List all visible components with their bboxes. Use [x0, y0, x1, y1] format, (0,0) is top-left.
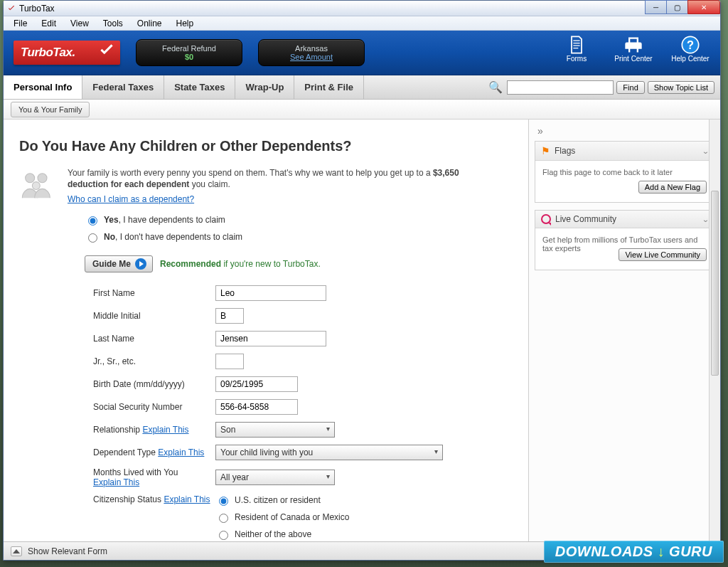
- show-relevant-form-link[interactable]: Show Relevant Form: [28, 546, 107, 556]
- tab-personal-info[interactable]: Personal Info: [4, 75, 82, 99]
- window-minimize-button[interactable]: ─: [645, 0, 666, 14]
- menu-tools[interactable]: Tools: [96, 17, 130, 30]
- label-suffix: Jr., Sr., etc.: [93, 356, 215, 366]
- explain-months-link[interactable]: Explain This: [93, 477, 139, 487]
- svg-point-4: [32, 182, 40, 190]
- window-maximize-button[interactable]: ▢: [666, 0, 687, 14]
- speech-bubble-icon: [541, 214, 551, 224]
- window-close-button[interactable]: ✕: [687, 0, 720, 14]
- state-see-amount-link[interactable]: See Amount: [290, 53, 333, 61]
- play-icon: [135, 258, 146, 270]
- printer-icon: [623, 35, 643, 55]
- label-relationship: Relationship Explain This: [93, 425, 215, 435]
- suffix-field[interactable]: [215, 354, 244, 369]
- radio-citizen-us[interactable]: [219, 497, 228, 506]
- app-icon: [6, 4, 16, 14]
- recommended-label: Recommended if you're new to TurboTax.: [160, 259, 321, 269]
- explain-citizenship-link[interactable]: Explain This: [164, 494, 210, 504]
- label-first-name: First Name: [93, 288, 215, 298]
- label-last-name: Last Name: [93, 334, 215, 344]
- federal-refund-label: Federal Refund: [162, 44, 216, 53]
- ssn-field[interactable]: [215, 399, 298, 415]
- middle-initial-field[interactable]: [215, 308, 244, 324]
- watermark-overlay: DOWNLOADS↓GURU: [544, 541, 724, 563]
- state-refund-pill[interactable]: Arkansas See Amount: [258, 39, 365, 66]
- radio-yes-dependents[interactable]: [88, 216, 97, 226]
- label-citizenship: Citizenship Status Explain This: [93, 494, 215, 504]
- chevron-down-icon: ⌄: [702, 216, 709, 223]
- subtab-you-and-family[interactable]: You & Your Family: [11, 102, 90, 117]
- who-can-i-claim-link[interactable]: Who can I claim as a dependent?: [68, 194, 194, 204]
- page-heading: Do You Have Any Children or Other Depend…: [19, 138, 513, 154]
- app-window: TurboTax ─ ▢ ✕ File Edit View Tools Onli…: [3, 0, 721, 561]
- community-panel: Live Community ⌄ Get help from millions …: [535, 210, 714, 270]
- window-title: TurboTax: [19, 4, 55, 14]
- main-tabs: Personal Info Federal Taxes State Taxes …: [4, 75, 720, 100]
- flag-icon: ⚑: [541, 145, 550, 157]
- federal-refund-pill[interactable]: Federal Refund $0: [136, 39, 242, 66]
- menu-help[interactable]: Help: [169, 17, 201, 30]
- sub-tabs: You & Your Family: [4, 100, 720, 120]
- tab-wrap-up[interactable]: Wrap-Up: [235, 75, 294, 99]
- help-center-button[interactable]: ? Help Center: [669, 35, 712, 63]
- label-dependent-type: Dependent Type Explain This: [93, 447, 215, 457]
- federal-refund-value: $0: [185, 53, 193, 61]
- birth-date-field[interactable]: [215, 376, 298, 392]
- tab-state-taxes[interactable]: State Taxes: [164, 75, 235, 99]
- app-header: TurboTax. Federal Refund $0 Arkansas See…: [4, 31, 720, 75]
- chevron-down-icon: ⌄: [702, 147, 709, 155]
- label-birth-date: Birth Date (mm/dd/yyyy): [93, 379, 215, 389]
- content-area: Do You Have Any Children or Other Depend…: [4, 120, 720, 541]
- tab-federal-taxes[interactable]: Federal Taxes: [82, 75, 164, 99]
- label-middle-initial: Middle Initial: [93, 311, 215, 321]
- search-icon: 🔍: [488, 80, 503, 94]
- radio-citizen-canada-mexico[interactable]: [219, 514, 228, 523]
- svg-point-3: [38, 174, 47, 183]
- add-flag-button[interactable]: Add a New Flag: [638, 181, 707, 194]
- first-name-field[interactable]: [215, 285, 326, 301]
- right-sidebar: » ⚑ Flags ⌄ Flag this page to come back …: [528, 120, 720, 541]
- find-button[interactable]: Find: [616, 81, 644, 94]
- months-lived-select[interactable]: All year: [215, 470, 335, 485]
- forms-button[interactable]: Forms: [555, 35, 598, 63]
- label-ssn: Social Security Number: [93, 402, 215, 412]
- print-center-button[interactable]: Print Center: [612, 35, 655, 63]
- flags-panel-header[interactable]: ⚑ Flags ⌄: [535, 142, 714, 161]
- view-community-button[interactable]: View Live Community: [619, 248, 707, 261]
- menu-view[interactable]: View: [63, 17, 96, 30]
- state-label: Arkansas: [295, 44, 328, 53]
- main-pane: Do You Have Any Children or Other Depend…: [4, 120, 528, 541]
- menu-file[interactable]: File: [6, 17, 34, 30]
- check-icon: [97, 42, 116, 60]
- menu-online[interactable]: Online: [130, 17, 169, 30]
- scrollbar-thumb[interactable]: [711, 191, 719, 376]
- tab-print-file[interactable]: Print & File: [294, 75, 364, 99]
- help-icon: ?: [680, 35, 700, 55]
- explain-dependent-type-link[interactable]: Explain This: [158, 447, 204, 457]
- flags-desc: Flag this page to come back to it later: [542, 168, 673, 176]
- turbotax-logo: TurboTax.: [14, 41, 120, 65]
- search-input[interactable]: [507, 80, 614, 95]
- explain-relationship-link[interactable]: Explain This: [142, 425, 188, 435]
- intro-text: Your family is worth every penny you spe…: [68, 167, 466, 190]
- menubar: File Edit View Tools Online Help: [4, 16, 720, 31]
- menu-edit[interactable]: Edit: [34, 17, 63, 30]
- expand-up-icon[interactable]: [11, 546, 22, 556]
- svg-text:?: ?: [687, 38, 694, 51]
- radio-citizen-neither[interactable]: [219, 531, 228, 540]
- svg-point-2: [26, 174, 35, 183]
- guide-me-button[interactable]: Guide Me: [85, 255, 153, 272]
- label-months-lived: Months Lived with YouExplain This: [93, 467, 215, 487]
- titlebar: TurboTax ─ ▢ ✕: [4, 1, 720, 16]
- vertical-scrollbar[interactable]: [709, 120, 720, 541]
- last-name-field[interactable]: [215, 331, 326, 346]
- family-icon: [19, 170, 56, 201]
- document-icon: [567, 35, 587, 55]
- sidebar-expand-icon[interactable]: »: [537, 125, 714, 137]
- dependent-type-select[interactable]: Your child living with you: [215, 445, 443, 460]
- flags-panel: ⚑ Flags ⌄ Flag this page to come back to…: [535, 141, 714, 203]
- relationship-select[interactable]: Son: [215, 422, 335, 438]
- community-panel-header[interactable]: Live Community ⌄: [535, 211, 714, 228]
- radio-no-dependents[interactable]: [88, 233, 97, 243]
- show-topic-list-button[interactable]: Show Topic List: [648, 81, 714, 94]
